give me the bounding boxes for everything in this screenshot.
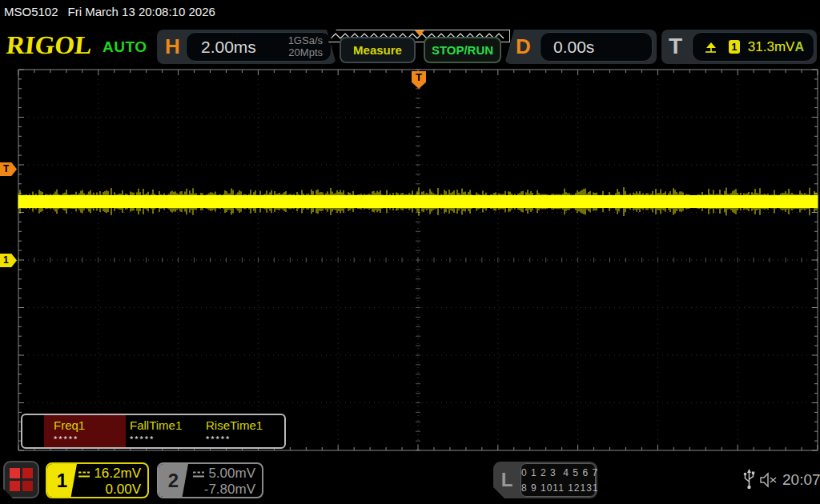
- digital-row-0-7: 0 1 2 3 4 5 6 7: [521, 467, 598, 478]
- dc-coupling-icon: [192, 470, 205, 478]
- measurement-item-freq[interactable]: Freq1 *****: [54, 418, 130, 444]
- measurement-value: *****: [54, 434, 130, 444]
- channel2-offset: -7.80mV: [188, 482, 255, 498]
- digital-channels-widget[interactable]: L 0 1 2 3 4 5 6 78 9 1011 12131415: [493, 462, 597, 498]
- measurement-value: *****: [206, 434, 282, 444]
- measurement-label: RiseTime1: [206, 418, 282, 432]
- system-clock: 20:07: [782, 471, 820, 489]
- channel1-number-tab: 1: [47, 464, 77, 497]
- channel2-number-tab: 2: [159, 464, 188, 497]
- channel2-status-widget[interactable]: 2 5.00mV -7.80mV: [157, 462, 263, 498]
- dc-coupling-icon: [78, 470, 90, 478]
- channel1-offset: 0.00V: [77, 482, 141, 498]
- channel1-values: 16.2mV 0.00V: [77, 464, 147, 497]
- measurement-label: FallTime1: [130, 418, 206, 432]
- usb-device-icon: [743, 469, 755, 490]
- muted-speaker-icon: [759, 472, 781, 488]
- channel1-scale: 16.2mV: [94, 466, 141, 481]
- channel1-status-widget[interactable]: 1 16.2mV 0.00V: [46, 462, 149, 498]
- digital-channel-numbers: 0 1 2 3 4 5 6 78 9 1011 12131415: [521, 463, 596, 497]
- menu-grid-icon: [22, 468, 33, 478]
- menu-grid-icon: [22, 481, 33, 491]
- channel2-values: 5.00mV -7.80mV: [188, 464, 262, 497]
- measurement-item-falltime[interactable]: FallTime1 *****: [130, 418, 206, 444]
- main-menu-button[interactable]: [3, 461, 39, 498]
- channel2-scale: 5.00mV: [208, 466, 255, 481]
- menu-grid-icon: [10, 481, 20, 491]
- measurement-item-risetime[interactable]: RiseTime1 *****: [206, 418, 282, 444]
- measurement-value: *****: [130, 434, 206, 444]
- measurement-results-panel[interactable]: Freq1 ***** FallTime1 ***** RiseTime1 **…: [21, 414, 286, 449]
- menu-grid-icon: [10, 468, 20, 478]
- measurement-label: Freq1: [54, 418, 130, 432]
